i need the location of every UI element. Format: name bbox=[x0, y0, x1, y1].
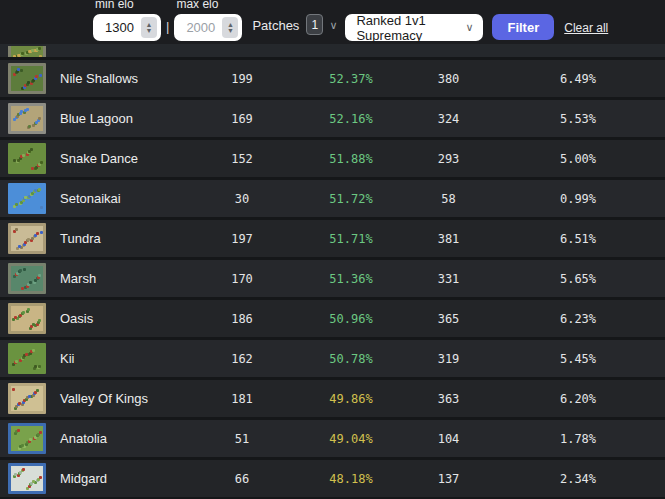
map-games-count: 381 bbox=[406, 232, 491, 246]
map-win-rate: 50.78% bbox=[296, 352, 406, 366]
map-name: Nile Shallows bbox=[54, 71, 188, 86]
map-play-rate: 5.53% bbox=[491, 112, 665, 126]
map-name: Midgard bbox=[54, 471, 188, 486]
map-games-count: 104 bbox=[406, 432, 491, 446]
filter-button[interactable]: Filter bbox=[492, 14, 554, 40]
map-win-rate: 51.36% bbox=[296, 272, 406, 286]
map-wins-count: 170 bbox=[188, 272, 296, 286]
map-play-rate: 5.45% bbox=[491, 352, 665, 366]
map-win-rate: 50.96% bbox=[296, 312, 406, 326]
map-wins-count: 186 bbox=[188, 312, 296, 326]
map-play-rate: 0.99% bbox=[491, 192, 665, 206]
elo-separator: | bbox=[166, 19, 169, 34]
max-elo-label: max elo bbox=[174, 0, 242, 11]
map-win-rate: 51.72% bbox=[296, 192, 406, 206]
max-elo-stepper[interactable]: ▲▼ bbox=[222, 17, 238, 38]
map-rows-container: Nile Shallows 199 52.37% 380 6.49% Blue … bbox=[0, 60, 665, 497]
map-games-count: 137 bbox=[406, 472, 491, 486]
map-games-count: 324 bbox=[406, 112, 491, 126]
map-thumbnail bbox=[8, 223, 46, 254]
map-wins-count: 51 bbox=[188, 432, 296, 446]
select-chevron-down-icon: ∨ bbox=[465, 21, 473, 34]
map-row[interactable]: Blue Lagoon 169 52.16% 324 5.53% bbox=[0, 100, 665, 137]
map-games-count: 58 bbox=[406, 192, 491, 206]
map-games-count: 293 bbox=[406, 152, 491, 166]
map-name: Valley Of Kings bbox=[54, 391, 188, 406]
patches-value-box[interactable]: 1 bbox=[306, 14, 323, 35]
map-row[interactable]: Tundra 197 51.71% 381 6.51% bbox=[0, 220, 665, 257]
map-thumbnail bbox=[8, 143, 46, 174]
map-thumbnail bbox=[8, 423, 46, 454]
map-games-count: 365 bbox=[406, 312, 491, 326]
map-wins-count: 30 bbox=[188, 192, 296, 206]
map-wins-count: 169 bbox=[188, 112, 296, 126]
map-name: Setonaikai bbox=[54, 191, 188, 206]
map-row[interactable]: Marsh 170 51.36% 331 5.65% bbox=[0, 260, 665, 297]
map-thumbnail bbox=[8, 63, 46, 94]
map-row[interactable]: Kii 162 50.78% 319 5.45% bbox=[0, 340, 665, 377]
map-name: Kii bbox=[54, 351, 188, 366]
partially-scrolled-row[interactable] bbox=[0, 44, 665, 57]
map-thumbnail bbox=[8, 183, 46, 214]
map-thumbnail bbox=[8, 103, 46, 134]
map-wins-count: 152 bbox=[188, 152, 296, 166]
max-elo-input[interactable] bbox=[186, 20, 220, 35]
map-win-rate: 48.18% bbox=[296, 472, 406, 486]
map-win-rate: 51.88% bbox=[296, 152, 406, 166]
map-row[interactable]: Oasis 186 50.96% 365 6.23% bbox=[0, 300, 665, 337]
patches-chevron-down-icon[interactable]: ∨ bbox=[329, 19, 337, 32]
patches-label: Patches bbox=[252, 18, 299, 33]
map-row[interactable]: Valley Of Kings 181 49.86% 363 6.20% bbox=[0, 380, 665, 417]
map-wins-count: 181 bbox=[188, 392, 296, 406]
map-win-rate: 49.86% bbox=[296, 392, 406, 406]
map-row[interactable]: Anatolia 51 49.04% 104 1.78% bbox=[0, 420, 665, 457]
clear-all-link[interactable]: Clear all bbox=[564, 21, 608, 35]
map-play-rate: 6.23% bbox=[491, 312, 665, 326]
map-name: Marsh bbox=[54, 271, 188, 286]
map-row[interactable]: Snake Dance 152 51.88% 293 5.00% bbox=[0, 140, 665, 177]
map-play-rate: 1.78% bbox=[491, 432, 665, 446]
filter-bar: min elo ▲▼ | max elo ▲▼ Patches 1 ∨ Rank… bbox=[0, 0, 665, 44]
map-name: Blue Lagoon bbox=[54, 111, 188, 126]
map-win-rate: 51.71% bbox=[296, 232, 406, 246]
map-wins-count: 162 bbox=[188, 352, 296, 366]
map-play-rate: 6.20% bbox=[491, 392, 665, 406]
map-games-count: 380 bbox=[406, 72, 491, 86]
map-play-rate: 6.51% bbox=[491, 232, 665, 246]
map-row[interactable]: Nile Shallows 199 52.37% 380 6.49% bbox=[0, 60, 665, 97]
map-stats-table: Nile Shallows 199 52.37% 380 6.49% Blue … bbox=[0, 44, 665, 497]
min-elo-label: min elo bbox=[93, 0, 161, 11]
map-name: Anatolia bbox=[54, 431, 188, 446]
map-row[interactable]: Setonaikai 30 51.72% 58 0.99% bbox=[0, 180, 665, 217]
min-elo-input-wrap: ▲▼ bbox=[93, 14, 161, 41]
map-games-count: 363 bbox=[406, 392, 491, 406]
map-play-rate: 5.00% bbox=[491, 152, 665, 166]
max-elo-input-wrap: ▲▼ bbox=[174, 14, 242, 41]
map-play-rate: 5.65% bbox=[491, 272, 665, 286]
stepper-down-icon: ▼ bbox=[227, 28, 234, 34]
map-wins-count: 197 bbox=[188, 232, 296, 246]
min-elo-stepper[interactable]: ▲▼ bbox=[141, 17, 157, 38]
map-wins-count: 199 bbox=[188, 72, 296, 86]
map-thumbnail bbox=[8, 263, 46, 294]
map-name: Snake Dance bbox=[54, 151, 188, 166]
min-elo-input[interactable] bbox=[105, 20, 139, 35]
map-thumbnail bbox=[8, 343, 46, 374]
map-row[interactable]: Midgard 66 48.18% 137 2.34% bbox=[0, 460, 665, 497]
map-games-count: 319 bbox=[406, 352, 491, 366]
map-win-rate: 52.16% bbox=[296, 112, 406, 126]
map-thumbnail bbox=[8, 303, 46, 334]
max-elo-field: max elo ▲▼ bbox=[174, 0, 242, 41]
map-thumbnail bbox=[8, 46, 46, 57]
map-win-rate: 49.04% bbox=[296, 432, 406, 446]
min-elo-field: min elo ▲▼ bbox=[93, 0, 161, 41]
map-name: Oasis bbox=[54, 311, 188, 326]
stepper-down-icon: ▼ bbox=[146, 28, 153, 34]
map-wins-count: 66 bbox=[188, 472, 296, 486]
map-thumbnail bbox=[8, 383, 46, 414]
map-play-rate: 2.34% bbox=[491, 472, 665, 486]
leaderboard-select[interactable]: Ranked 1v1 Supremacy ∨ bbox=[345, 14, 483, 41]
map-games-count: 331 bbox=[406, 272, 491, 286]
map-thumbnail bbox=[8, 463, 46, 494]
map-win-rate: 52.37% bbox=[296, 72, 406, 86]
